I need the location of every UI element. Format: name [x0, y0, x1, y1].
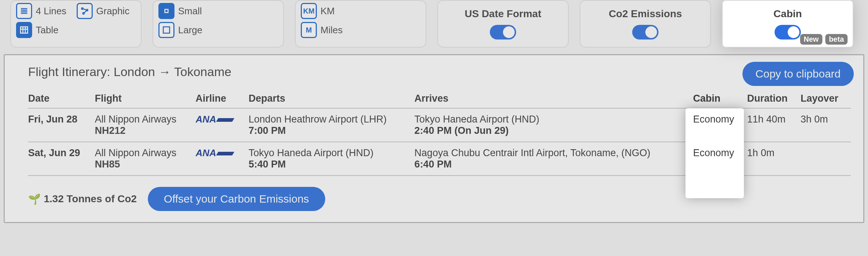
table-icon [16, 22, 32, 38]
cell-cabin: Economy [693, 108, 747, 142]
cell-layover [800, 142, 851, 176]
option-label: KM [320, 5, 335, 17]
col-flight: Flight [95, 89, 196, 108]
option-small[interactable]: Small [158, 3, 278, 19]
option-table[interactable]: Table [16, 22, 136, 38]
cell-arr-airport: Nagoya Chubu Centrair Intl Airport, Toko… [414, 147, 650, 158]
col-duration: Duration [747, 89, 800, 108]
svg-rect-9 [20, 27, 28, 33]
ana-logo-icon: ANA [196, 114, 236, 126]
cabin-toggle[interactable] [775, 25, 801, 39]
beta-badge: beta [825, 34, 848, 45]
table-row: Fri, Jun 28 All Nippon Airways NH212 ANA… [28, 108, 851, 142]
col-cabin: Cabin [693, 89, 747, 108]
new-badge: New [800, 34, 822, 45]
size-group: Small Large [153, 0, 284, 48]
itinerary-panel: Copy to clipboard Flight Itinerary: Lond… [4, 54, 864, 223]
itinerary-table: Date Flight Airline Departs Arrives Cabi… [28, 89, 851, 176]
cell-arr-time: 6:40 PM [414, 159, 452, 170]
cell-cabin: Economy [693, 142, 747, 176]
co2-toggle-card: Co2 Emissions [580, 0, 711, 48]
co2-text: 1.32 Tonnes of Co2 [44, 193, 137, 205]
col-airline: Airline [196, 89, 249, 108]
ana-logo-icon: ANA [196, 147, 236, 160]
small-icon [158, 3, 174, 19]
option-label: Table [36, 25, 58, 36]
toggle-label: US Date Format [465, 8, 541, 20]
cell-dep-time: 5:40 PM [249, 159, 286, 170]
cell-date: Sat, Jun 29 [28, 147, 80, 158]
co2-amount: 🌱 1.32 Tonnes of Co2 [28, 193, 137, 205]
copy-clipboard-button[interactable]: Copy to clipboard [742, 62, 854, 86]
lines-icon [16, 3, 32, 19]
itinerary-title: Flight Itinerary: London → Tokoname [28, 65, 851, 79]
option-graphic[interactable]: Graphic [77, 3, 131, 19]
option-miles[interactable]: M Miles [301, 22, 420, 38]
cell-flight-no: NH212 [95, 125, 126, 136]
option-label: Graphic [96, 5, 130, 17]
option-km[interactable]: KM KM [301, 3, 420, 19]
large-icon [158, 22, 174, 38]
col-layover: Layover [800, 89, 851, 108]
km-icon: KM [301, 3, 317, 19]
option-label: Miles [320, 25, 343, 36]
cell-dep-airport: Tokyo Haneda Airport (HND) [249, 147, 373, 158]
cell-arr-time: 2:40 PM (On Jun 29) [414, 125, 508, 136]
svg-rect-13 [165, 10, 168, 13]
graphic-icon [77, 3, 93, 19]
table-row: Sat, Jun 29 All Nippon Airways NH85 ANA … [28, 142, 851, 176]
cell-date: Fri, Jun 28 [28, 114, 77, 125]
offset-carbon-button[interactable]: Offset your Carbon Emissions [148, 187, 325, 211]
option-label: Small [178, 5, 202, 17]
seedling-icon: 🌱 [28, 193, 41, 205]
units-group: KM KM M Miles [295, 0, 426, 48]
cell-flight-no: NH85 [95, 159, 120, 170]
option-label: Large [178, 25, 203, 36]
view-mode-group: 4 Lines Graphic Table [10, 0, 142, 48]
col-date: Date [28, 89, 95, 108]
cabin-toggle-card: Cabin New beta [722, 0, 853, 48]
cell-layover: 3h 0m [800, 108, 851, 142]
option-4-lines[interactable]: 4 Lines [16, 3, 70, 19]
svg-text:ANA: ANA [196, 147, 216, 158]
col-arrives: Arrives [414, 89, 693, 108]
cell-dep-airport: London Heathrow Airport (LHR) [249, 114, 387, 125]
co2-toggle[interactable] [632, 25, 658, 39]
cell-carrier: All Nippon Airways [95, 114, 177, 125]
svg-line-8 [83, 10, 87, 14]
svg-text:ANA: ANA [196, 114, 216, 125]
cell-duration: 1h 0m [747, 142, 800, 176]
cell-duration: 11h 40m [747, 108, 800, 142]
col-departs: Departs [249, 89, 414, 108]
toggle-label: Cabin [773, 8, 802, 20]
cell-dep-time: 7:00 PM [249, 125, 286, 136]
us-date-toggle[interactable] [490, 25, 516, 39]
miles-icon: M [301, 22, 317, 38]
toggle-label: Co2 Emissions [609, 8, 682, 20]
option-label: 4 Lines [36, 5, 66, 17]
svg-rect-14 [163, 27, 169, 33]
us-date-toggle-card: US Date Format [437, 0, 569, 48]
cell-carrier: All Nippon Airways [95, 147, 177, 158]
option-large[interactable]: Large [158, 22, 278, 38]
cell-arr-airport: Tokyo Haneda Airport (HND) [414, 114, 539, 125]
